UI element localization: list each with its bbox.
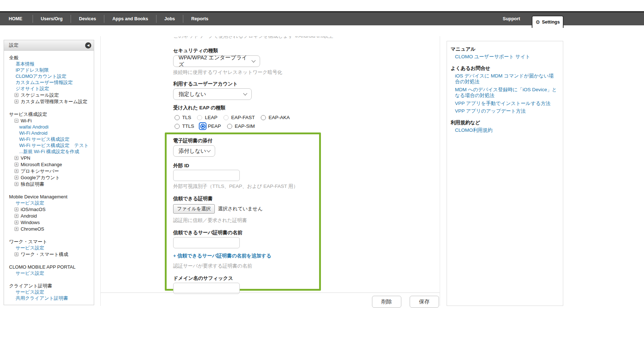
- clomo-settings-page: HOME Users/Org Devices Apps and Books Jo…: [0, 0, 644, 362]
- radio-label: LEAP: [205, 115, 218, 120]
- sidebar-item-clomo-account[interactable]: CLOMOアカウント設定: [9, 73, 92, 79]
- expand-icon[interactable]: [14, 214, 18, 218]
- faq-link-ios-device[interactable]: MDM へのデバイス登録時に「iOS Device」となる場合の対処法: [455, 87, 558, 99]
- nav-support[interactable]: Support: [503, 12, 520, 25]
- nav-apps-and-books[interactable]: Apps and Books: [104, 16, 156, 21]
- cert-attach-select[interactable]: 添付しない: [173, 145, 215, 157]
- clipped-help-text: このネットワークで使用されるプロキシを構成します ※Android 8.0以上: [173, 36, 440, 40]
- sidebar-item-label: Windows: [21, 219, 40, 226]
- radio-label: EAP-AKA: [269, 115, 290, 120]
- terms-header: 利用規約など: [451, 119, 558, 126]
- sidebar-item-work-smart-service-settings[interactable]: サービス設定: [9, 245, 92, 251]
- sidebar-item-mdm-service-settings[interactable]: サービス設定: [9, 200, 92, 206]
- nav-devices[interactable]: Devices: [71, 16, 104, 21]
- eap-radio-peap[interactable]: PEAP: [199, 122, 221, 130]
- collapse-icon[interactable]: [14, 119, 18, 123]
- radio-label: TTLS: [182, 123, 194, 129]
- server-cert-name-input[interactable]: [173, 237, 240, 248]
- sidebar-item-windows[interactable]: Windows: [9, 219, 92, 226]
- sidebar-item-custom-certificate[interactable]: 独自証明書: [9, 181, 92, 187]
- sidebar-item-wifi-service-config[interactable]: Wi-Fi サービス構成設定: [9, 136, 92, 142]
- eap-radio-eap-sim[interactable]: EAP-SIM: [226, 122, 255, 130]
- sidebar-item-client-cert-service-settings[interactable]: サービス設定: [9, 289, 92, 295]
- help-panel: マニュアル CLOMO ユーザーサポート サイト よくあるお問合せ iOS デバ…: [447, 41, 563, 306]
- sidebar-item-ios-macos[interactable]: iOS/macOS: [9, 206, 92, 212]
- radio-icon: [196, 114, 204, 121]
- sidebar-item-proxy-server[interactable]: プロキシサーバー: [9, 168, 92, 174]
- faq-header: よくあるお問合せ: [451, 65, 558, 71]
- eap-radio-row-2: TTLS PEAP EAP-SIM: [173, 122, 440, 130]
- eap-radio-tls[interactable]: TLS: [173, 114, 191, 121]
- sidebar-item-vpn[interactable]: VPN: [9, 155, 92, 161]
- faq-link-vpp-update[interactable]: VPP アプリのアップデート方法: [455, 108, 558, 114]
- eap-radio-row-1: TLS LEAP EAP-FAST EAP-AKA: [173, 114, 440, 121]
- nav-jobs[interactable]: Jobs: [156, 16, 183, 21]
- expand-icon[interactable]: [14, 100, 18, 104]
- sidebar-item-work-smart-config[interactable]: ワーク・スマート構成: [9, 251, 92, 257]
- form-divider: [101, 292, 440, 293]
- expand-icon[interactable]: [14, 252, 18, 256]
- sidebar-item-google-account[interactable]: Googleアカウント: [9, 174, 92, 181]
- expand-icon[interactable]: [14, 182, 18, 186]
- tab-settings[interactable]: ⚙ Settings: [532, 16, 564, 28]
- expand-icon[interactable]: [14, 176, 18, 180]
- sidebar-collapse-button[interactable]: ◀: [85, 42, 91, 49]
- sidebar-item-chromeos[interactable]: ChromeOS: [9, 226, 92, 232]
- expand-icon[interactable]: [14, 93, 18, 97]
- sidebar-item-wifi-android[interactable]: Wi-Fi Android: [9, 130, 92, 136]
- file-select-button[interactable]: ファイルを選択: [173, 204, 215, 214]
- radio-icon: [173, 122, 181, 130]
- manual-support-site-link[interactable]: CLOMO ユーザーサポート サイト: [455, 54, 558, 60]
- expand-icon[interactable]: [14, 207, 18, 211]
- save-button[interactable]: 保存: [410, 296, 439, 308]
- sidebar-item-wifi-service-config-test[interactable]: Wi-Fi サービス構成設定 テスト: [9, 142, 92, 148]
- expand-icon[interactable]: [14, 163, 18, 167]
- wifi-config-form: このネットワークで使用されるプロキシを構成します ※Android 8.0以上 …: [100, 36, 440, 306]
- user-account-label: 利用するユーザーアカウント: [173, 81, 440, 87]
- sidebar-item-shared-client-cert[interactable]: 共用クライアント証明書: [9, 295, 92, 301]
- sidebar-item-custom-admin-scheme[interactable]: カスタム管理権限スキーム設定: [9, 98, 92, 105]
- server-cert-name-help: 認証サーバが要求する証明書の名前: [173, 263, 319, 269]
- sidebar-item-ms-exchange[interactable]: Microsoft Exchange: [9, 161, 92, 168]
- sidebar-header: 設定 ◀: [4, 40, 94, 51]
- external-id-input[interactable]: [173, 170, 240, 181]
- sidebar-menu: 全般 基本情報 IPアドレス制限 CLOMOアカウント設定 カスタムユーザー情報…: [4, 51, 94, 305]
- sidebar-group-client-cert: クライアント証明書: [9, 283, 92, 289]
- sidebar-item-schedule[interactable]: スケジュール設定: [9, 92, 92, 98]
- expand-icon[interactable]: [14, 156, 18, 160]
- chevron-down-icon: [206, 148, 210, 152]
- nav-users-org[interactable]: Users/Org: [33, 16, 71, 21]
- chevron-down-icon: [251, 58, 255, 62]
- sidebar-item-waifai-androdi[interactable]: waifai Androdi: [9, 124, 92, 130]
- expand-icon[interactable]: [14, 220, 18, 224]
- sidebar-item-label: Wi-Fi: [21, 118, 32, 124]
- sidebar-group-general: 全般: [9, 55, 92, 61]
- delete-button[interactable]: 削除: [372, 296, 401, 308]
- eap-radio-eap-aka[interactable]: EAP-AKA: [260, 114, 290, 121]
- faq-link-vpp-manual-install[interactable]: VPP アプリを手動でインストールする方法: [455, 101, 558, 107]
- eap-radio-leap[interactable]: LEAP: [196, 114, 218, 121]
- cert-attach-label: 電子証明書の添付: [173, 138, 319, 144]
- security-type-select[interactable]: WPA/WPA2 エンタープライズ: [173, 55, 260, 67]
- sidebar-item-label: Microsoft Exchange: [21, 161, 62, 168]
- expand-icon[interactable]: [14, 227, 18, 231]
- expand-icon[interactable]: [14, 169, 18, 173]
- external-id-label: 外部 ID: [173, 163, 319, 169]
- sidebar-item-geosite[interactable]: ジオサイト設定: [9, 85, 92, 92]
- sidebar-item-custom-user-info[interactable]: カスタムユーザー情報設定: [9, 79, 92, 85]
- sidebar-item-basic-info[interactable]: 基本情報: [9, 61, 92, 67]
- faq-link-mdm-command[interactable]: iOS デバイスに MDM コマンドが届かない場合の対処法: [455, 73, 558, 85]
- add-server-cert-name-link[interactable]: + 信頼できるサーバ証明書の名前を追加する: [173, 253, 319, 259]
- nav-reports[interactable]: Reports: [183, 16, 216, 21]
- user-account-select[interactable]: 指定しない: [173, 88, 252, 100]
- nav-home[interactable]: HOME: [9, 16, 33, 21]
- sidebar-item-new-wifi-config[interactable]: ...新規 Wi-Fi 構成設定を作成: [9, 148, 92, 155]
- sidebar-item-wifi[interactable]: Wi-Fi: [9, 117, 92, 124]
- sidebar-item-android[interactable]: Android: [9, 212, 92, 219]
- sidebar-item-ip-restriction[interactable]: IPアドレス制限: [9, 67, 92, 73]
- sidebar-item-portal-service-settings[interactable]: サービス設定: [9, 270, 92, 276]
- terms-link[interactable]: CLOMO利用規約: [455, 127, 558, 134]
- radio-icon: [222, 114, 230, 121]
- eap-radio-ttls[interactable]: TTLS: [173, 122, 194, 130]
- eap-radio-eap-fast[interactable]: EAP-FAST: [222, 114, 255, 121]
